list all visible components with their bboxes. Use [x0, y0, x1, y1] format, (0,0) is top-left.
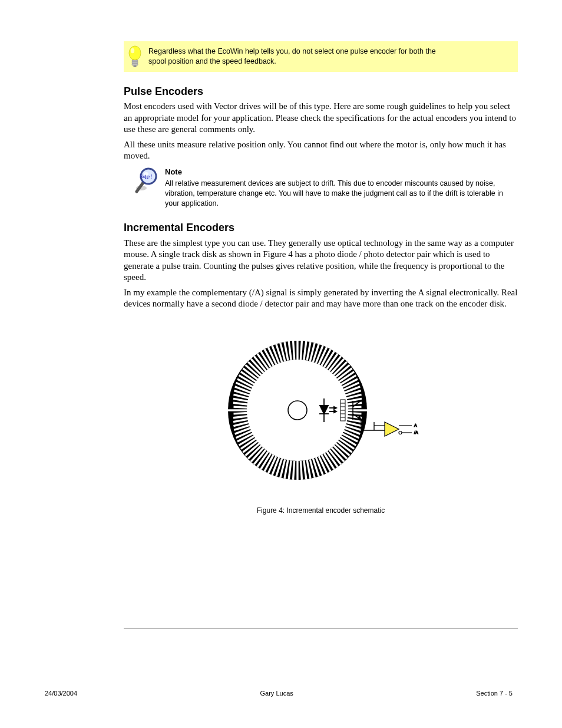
svg-line-90 — [233, 413, 250, 414]
para-pe-1: Most encoders used with Vector drives wi… — [124, 101, 518, 136]
footer-page: Section 7 - 5 — [476, 689, 513, 697]
para-pe-2: All these units measure relative positio… — [124, 139, 518, 162]
figure-caption: Figure 4: Incremental encoder schematic — [124, 506, 518, 516]
svg-line-92 — [233, 407, 250, 408]
page-footer: 24/03/2004 Gary Lucas Section 7 - 5 — [45, 689, 513, 697]
footer-date: 24/03/2004 — [45, 689, 77, 697]
note-label: Note — [165, 167, 518, 177]
heading-pulse-encoders: Pulse Encoders — [124, 85, 518, 98]
svg-rect-2 — [132, 60, 138, 62]
svg-rect-5 — [134, 65, 137, 67]
svg-point-143 — [399, 431, 402, 434]
tip-line-2: spool position and the speed feedback. — [148, 57, 436, 67]
svg-line-14 — [300, 341, 302, 360]
footer-author: Gary Lucas — [77, 689, 476, 697]
label-a: A — [414, 423, 417, 427]
svg-rect-3 — [132, 62, 138, 64]
tip-callout: Regardless what the EcoWin help tells yo… — [124, 41, 518, 72]
svg-point-117 — [288, 401, 307, 420]
note-callout: No te! Note All relative measurement dev… — [128, 166, 518, 209]
para-inc-2: In my example the complementary (/A) sig… — [124, 287, 518, 310]
svg-line-116 — [293, 341, 294, 360]
encoder-schematic-svg: A /A — [209, 322, 433, 499]
figure-ref: Figure 4 — [263, 249, 292, 259]
figure-4: A /A Figure 4: Incremental encoder schem… — [124, 322, 518, 516]
label-not-a: /A — [414, 430, 418, 434]
note-icon: No te! — [128, 166, 161, 199]
footer-rule — [124, 628, 518, 628]
svg-line-66 — [293, 461, 294, 480]
lightbulb-icon — [126, 44, 144, 70]
document-page: Regardless what the EcoWin help tells yo… — [0, 0, 562, 728]
svg-marker-140 — [385, 422, 399, 436]
para-inc-1: These are the simplest type you can use.… — [124, 238, 518, 284]
note-text: All relative measurement devices are sub… — [165, 179, 518, 209]
heading-incremental: Incremental Encoders — [124, 221, 518, 235]
svg-point-1 — [131, 48, 134, 53]
note-content: Note All relative measurement devices ar… — [165, 166, 518, 209]
svg-rect-4 — [132, 64, 138, 65]
svg-point-0 — [129, 46, 141, 60]
svg-text:te!: te! — [144, 172, 153, 181]
tip-line-1: Regardless what the EcoWin help tells yo… — [148, 47, 436, 57]
tip-text: Regardless what the EcoWin help tells yo… — [148, 47, 436, 67]
svg-line-64 — [300, 461, 302, 480]
